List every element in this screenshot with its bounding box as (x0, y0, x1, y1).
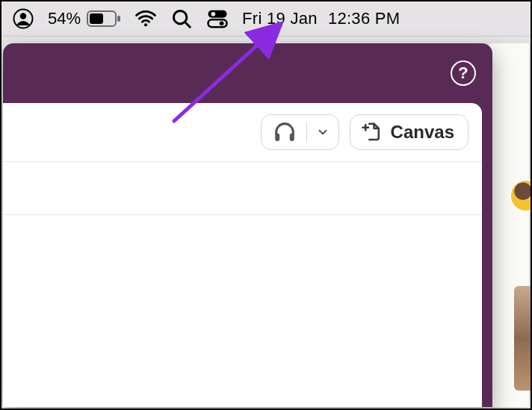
help-icon: ? (458, 63, 468, 83)
macos-menubar: 54% Fri 19 Jan 12:36 PM (1, 1, 531, 37)
svg-rect-10 (208, 19, 227, 27)
wifi-icon[interactable] (134, 7, 157, 30)
huddle-button-group (261, 114, 339, 150)
svg-rect-8 (208, 10, 227, 18)
channel-panel: Canvas (3, 103, 482, 407)
spotlight-search-icon[interactable] (170, 7, 193, 30)
new-canvas-icon (361, 121, 383, 143)
headphones-icon[interactable] (272, 119, 297, 145)
svg-rect-13 (289, 133, 294, 141)
control-center-icon[interactable] (206, 7, 229, 30)
svg-rect-4 (90, 13, 103, 24)
divider (306, 122, 307, 143)
canvas-button[interactable]: Canvas (350, 114, 468, 150)
svg-point-11 (220, 21, 224, 25)
help-button[interactable]: ? (451, 60, 476, 86)
battery-icon (87, 10, 121, 27)
svg-line-7 (185, 22, 190, 27)
menubar-date: Fri 19 Jan (242, 9, 318, 28)
slack-window: ? (3, 43, 492, 407)
huddle-dropdown-button[interactable] (312, 125, 334, 139)
battery-status[interactable]: 54% (48, 9, 121, 28)
chevron-down-icon (316, 125, 330, 139)
svg-point-1 (20, 13, 27, 19)
svg-rect-12 (275, 133, 279, 141)
user-account-icon[interactable] (12, 7, 34, 30)
slack-titlebar: ? (3, 43, 492, 103)
menubar-datetime[interactable]: Fri 19 Jan 12:36 PM (242, 9, 400, 28)
svg-point-9 (211, 12, 216, 16)
separator (3, 214, 482, 215)
avatar (510, 179, 532, 212)
svg-point-5 (144, 23, 147, 26)
svg-rect-3 (117, 16, 120, 22)
menubar-time: 12:36 PM (328, 9, 400, 28)
background-image-thumbnail (514, 286, 532, 391)
canvas-button-label: Canvas (391, 122, 454, 143)
battery-percent-label: 54% (48, 9, 81, 28)
desktop-area: ? (3, 43, 529, 407)
channel-toolbar: Canvas (3, 103, 482, 161)
list-row (3, 162, 482, 214)
